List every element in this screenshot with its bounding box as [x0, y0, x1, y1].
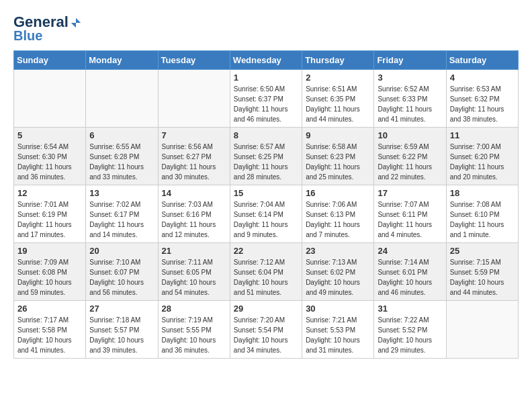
calendar-day-cell: 19Sunrise: 7:09 AM Sunset: 6:08 PM Dayli…: [14, 243, 86, 301]
day-info: Sunrise: 7:21 AM Sunset: 5:53 PM Dayligh…: [306, 315, 370, 355]
day-info: Sunrise: 7:07 AM Sunset: 6:11 PM Dayligh…: [378, 199, 442, 240]
day-info: Sunrise: 7:04 AM Sunset: 6:14 PM Dayligh…: [234, 199, 298, 240]
day-info: Sunrise: 7:02 AM Sunset: 6:17 PM Dayligh…: [89, 199, 154, 240]
day-number: 23: [306, 246, 370, 256]
calendar-day-cell: 1Sunrise: 6:50 AM Sunset: 6:37 PM Daylig…: [230, 70, 302, 128]
day-number: 19: [17, 246, 82, 256]
day-info: Sunrise: 7:19 AM Sunset: 5:55 PM Dayligh…: [162, 315, 226, 355]
logo: General Blue: [13, 13, 82, 44]
day-of-week-header: Saturday: [446, 51, 518, 70]
day-info: Sunrise: 6:58 AM Sunset: 6:23 PM Dayligh…: [306, 142, 370, 182]
calendar-day-cell: 8Sunrise: 6:57 AM Sunset: 6:25 PM Daylig…: [230, 128, 302, 185]
day-number: 29: [234, 304, 298, 314]
day-number: 21: [162, 246, 226, 256]
day-number: 31: [378, 304, 442, 314]
day-number: 6: [89, 130, 154, 140]
day-number: 7: [162, 130, 226, 140]
calendar-day-cell: 29Sunrise: 7:20 AM Sunset: 5:54 PM Dayli…: [230, 301, 302, 359]
day-info: Sunrise: 6:57 AM Sunset: 6:25 PM Dayligh…: [234, 142, 298, 182]
day-number: 25: [450, 246, 515, 256]
day-info: Sunrise: 7:09 AM Sunset: 6:08 PM Dayligh…: [17, 257, 82, 298]
day-number: 24: [378, 246, 442, 256]
calendar-day-cell: 22Sunrise: 7:12 AM Sunset: 6:04 PM Dayli…: [230, 243, 302, 301]
day-info: Sunrise: 6:52 AM Sunset: 6:33 PM Dayligh…: [378, 84, 442, 124]
day-info: Sunrise: 7:08 AM Sunset: 6:10 PM Dayligh…: [450, 199, 515, 240]
day-number: 2: [306, 73, 370, 83]
day-number: 30: [306, 304, 370, 314]
calendar-day-cell: 17Sunrise: 7:07 AM Sunset: 6:11 PM Dayli…: [374, 185, 446, 243]
day-info: Sunrise: 7:12 AM Sunset: 6:04 PM Dayligh…: [234, 257, 298, 298]
day-info: Sunrise: 6:56 AM Sunset: 6:27 PM Dayligh…: [162, 142, 226, 182]
day-number: 10: [378, 130, 442, 140]
calendar-day-cell: 3Sunrise: 6:52 AM Sunset: 6:33 PM Daylig…: [374, 70, 446, 128]
day-info: Sunrise: 7:11 AM Sunset: 6:05 PM Dayligh…: [162, 257, 226, 298]
day-info: Sunrise: 6:55 AM Sunset: 6:28 PM Dayligh…: [89, 142, 154, 182]
day-of-week-header: Sunday: [14, 51, 86, 70]
day-info: Sunrise: 7:18 AM Sunset: 5:57 PM Dayligh…: [89, 315, 154, 355]
day-number: 22: [234, 246, 298, 256]
calendar-day-cell: 31Sunrise: 7:22 AM Sunset: 5:52 PM Dayli…: [374, 301, 446, 359]
calendar-day-cell: 27Sunrise: 7:18 AM Sunset: 5:57 PM Dayli…: [86, 301, 158, 359]
calendar-week-row: 1Sunrise: 6:50 AM Sunset: 6:37 PM Daylig…: [14, 70, 519, 128]
day-info: Sunrise: 6:59 AM Sunset: 6:22 PM Dayligh…: [378, 142, 442, 182]
calendar-day-cell: 23Sunrise: 7:13 AM Sunset: 6:02 PM Dayli…: [302, 243, 374, 301]
day-info: Sunrise: 7:06 AM Sunset: 6:13 PM Dayligh…: [306, 199, 370, 240]
calendar-day-cell: 2Sunrise: 6:51 AM Sunset: 6:35 PM Daylig…: [302, 70, 374, 128]
logo-blue: Blue: [13, 28, 42, 44]
day-info: Sunrise: 6:54 AM Sunset: 6:30 PM Dayligh…: [17, 142, 82, 182]
calendar-week-row: 5Sunrise: 6:54 AM Sunset: 6:30 PM Daylig…: [14, 128, 519, 185]
calendar-day-cell: 26Sunrise: 7:17 AM Sunset: 5:58 PM Dayli…: [14, 301, 86, 359]
calendar-day-cell: 15Sunrise: 7:04 AM Sunset: 6:14 PM Dayli…: [230, 185, 302, 243]
day-number: 1: [234, 73, 298, 83]
day-number: 13: [89, 188, 154, 198]
day-number: 8: [234, 130, 298, 140]
day-of-week-header: Wednesday: [230, 51, 302, 70]
day-of-week-header: Tuesday: [158, 51, 230, 70]
calendar-week-row: 12Sunrise: 7:01 AM Sunset: 6:19 PM Dayli…: [14, 185, 519, 243]
day-info: Sunrise: 7:01 AM Sunset: 6:19 PM Dayligh…: [17, 199, 82, 240]
calendar-day-cell: [86, 70, 158, 128]
calendar-day-cell: 18Sunrise: 7:08 AM Sunset: 6:10 PM Dayli…: [446, 185, 518, 243]
page-header: General Blue: [13, 13, 519, 44]
calendar-day-cell: 28Sunrise: 7:19 AM Sunset: 5:55 PM Dayli…: [158, 301, 230, 359]
calendar-day-cell: 10Sunrise: 6:59 AM Sunset: 6:22 PM Dayli…: [374, 128, 446, 185]
calendar-day-cell: 13Sunrise: 7:02 AM Sunset: 6:17 PM Dayli…: [86, 185, 158, 243]
day-info: Sunrise: 7:22 AM Sunset: 5:52 PM Dayligh…: [378, 315, 442, 355]
calendar-day-cell: 9Sunrise: 6:58 AM Sunset: 6:23 PM Daylig…: [302, 128, 374, 185]
day-number: 15: [234, 188, 298, 198]
calendar-day-cell: 24Sunrise: 7:14 AM Sunset: 6:01 PM Dayli…: [374, 243, 446, 301]
day-info: Sunrise: 7:00 AM Sunset: 6:20 PM Dayligh…: [450, 142, 515, 182]
day-number: 18: [450, 188, 515, 198]
day-number: 9: [306, 130, 370, 140]
calendar-day-cell: [14, 70, 86, 128]
day-of-week-header: Friday: [374, 51, 446, 70]
calendar-day-cell: 6Sunrise: 6:55 AM Sunset: 6:28 PM Daylig…: [86, 128, 158, 185]
calendar-day-cell: 11Sunrise: 7:00 AM Sunset: 6:20 PM Dayli…: [446, 128, 518, 185]
calendar-day-cell: [446, 301, 518, 359]
calendar-header-row: SundayMondayTuesdayWednesdayThursdayFrid…: [14, 51, 519, 70]
calendar-day-cell: 20Sunrise: 7:10 AM Sunset: 6:07 PM Dayli…: [86, 243, 158, 301]
calendar-day-cell: 14Sunrise: 7:03 AM Sunset: 6:16 PM Dayli…: [158, 185, 230, 243]
day-number: 17: [378, 188, 442, 198]
day-info: Sunrise: 7:13 AM Sunset: 6:02 PM Dayligh…: [306, 257, 370, 298]
calendar-day-cell: 7Sunrise: 6:56 AM Sunset: 6:27 PM Daylig…: [158, 128, 230, 185]
day-of-week-header: Thursday: [302, 51, 374, 70]
day-number: 12: [17, 188, 82, 198]
day-number: 4: [450, 73, 515, 83]
day-info: Sunrise: 7:03 AM Sunset: 6:16 PM Dayligh…: [162, 199, 226, 240]
day-info: Sunrise: 7:14 AM Sunset: 6:01 PM Dayligh…: [378, 257, 442, 298]
day-of-week-header: Monday: [86, 51, 158, 70]
day-info: Sunrise: 7:15 AM Sunset: 5:59 PM Dayligh…: [450, 257, 515, 298]
calendar-day-cell: [158, 70, 230, 128]
day-number: 28: [162, 304, 226, 314]
calendar-day-cell: 4Sunrise: 6:53 AM Sunset: 6:32 PM Daylig…: [446, 70, 518, 128]
day-info: Sunrise: 6:53 AM Sunset: 6:32 PM Dayligh…: [450, 84, 515, 124]
calendar-week-row: 19Sunrise: 7:09 AM Sunset: 6:08 PM Dayli…: [14, 243, 519, 301]
day-number: 20: [89, 246, 154, 256]
calendar-day-cell: 5Sunrise: 6:54 AM Sunset: 6:30 PM Daylig…: [14, 128, 86, 185]
calendar-day-cell: 30Sunrise: 7:21 AM Sunset: 5:53 PM Dayli…: [302, 301, 374, 359]
day-info: Sunrise: 7:17 AM Sunset: 5:58 PM Dayligh…: [17, 315, 82, 355]
day-number: 16: [306, 188, 370, 198]
calendar-day-cell: 21Sunrise: 7:11 AM Sunset: 6:05 PM Dayli…: [158, 243, 230, 301]
day-info: Sunrise: 6:51 AM Sunset: 6:35 PM Dayligh…: [306, 84, 370, 124]
